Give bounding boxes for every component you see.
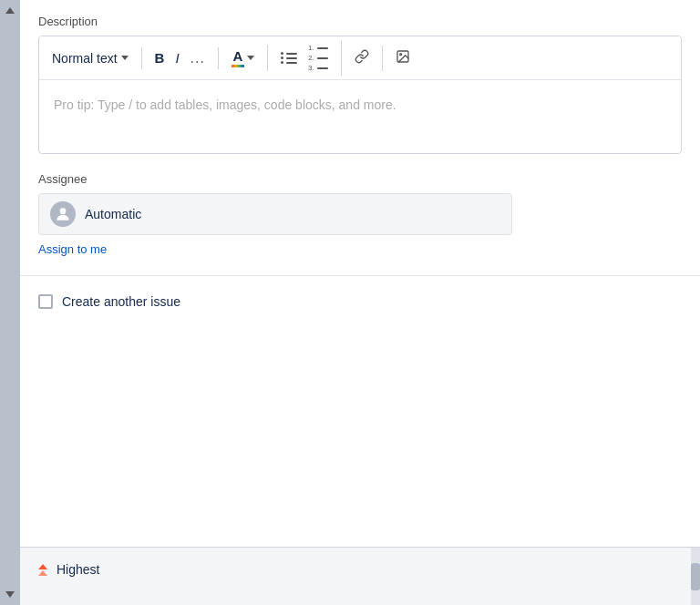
list-dot-1 [281,52,283,55]
image-group [390,46,416,71]
description-label: Description [38,15,682,28]
priority-arrows [38,564,47,576]
num-row-3: 3. [308,64,328,72]
priority-label: Highest [57,562,99,577]
editor-placeholder: Pro tip: Type / to add tables, images, c… [54,97,396,112]
italic-button[interactable]: I [170,47,184,68]
editor-body[interactable]: Pro tip: Type / to add tables, images, c… [39,80,681,153]
create-another-checkbox[interactable] [38,294,53,309]
more-format-button[interactable]: ... [185,47,211,69]
section-divider [20,275,700,276]
color-a-text: A [233,48,243,64]
list-line-1 [281,52,297,55]
svg-point-2 [60,208,67,214]
assignee-label: Assignee [38,172,682,186]
description-editor: Normal text B I ... A [38,36,682,154]
num-bar-2 [317,57,328,59]
format-group: B I ... [149,47,219,69]
scroll-down-arrow[interactable] [5,591,15,598]
link-button[interactable] [349,46,375,71]
scroll-up-arrow[interactable] [5,7,15,14]
color-underline-bar [232,65,244,67]
list-bar-3 [286,62,297,64]
color-group: A [226,45,268,71]
list-line-2 [281,56,297,59]
list-group: 1. 2. 3. [275,40,342,76]
assignee-value: Automatic [85,207,141,221]
create-another-label: Create another issue [62,294,180,309]
priority-arrow-bottom [38,570,47,576]
num-bar-3 [317,67,328,69]
image-button[interactable] [390,46,416,71]
main-panel: Description Normal text B I ... [20,0,700,605]
bullet-list-button[interactable] [275,48,303,67]
num-1: 1. [308,44,314,52]
num-3: 3. [308,64,314,72]
svg-point-1 [399,53,401,55]
list-dot-3 [281,61,283,64]
priority-arrow-top [38,564,47,569]
chevron-down-icon [121,56,129,60]
text-style-group: Normal text [46,47,142,69]
create-another-section: Create another issue [20,294,700,309]
description-section: Description Normal text B I ... [20,0,700,154]
assignee-section: Assignee Automatic Assign to me [20,154,700,257]
link-icon [355,49,369,64]
avatar-icon [50,201,76,227]
list-line-3 [281,61,297,64]
bold-button[interactable]: B [149,47,170,68]
left-scrollbar[interactable] [0,0,20,605]
color-a-label: A [232,48,244,67]
num-row-2: 2. [308,54,328,62]
image-icon [396,49,410,64]
num-2: 2. [308,54,314,62]
assignee-dropdown[interactable]: Automatic [38,193,512,235]
text-color-button[interactable]: A [226,45,260,71]
num-row-1: 1. [308,44,328,52]
list-bar-2 [286,57,297,59]
color-chevron-icon [247,56,254,60]
numbered-list-button[interactable]: 1. 2. 3. [303,40,334,76]
bottom-panel: Highest [20,547,700,605]
list-bar-1 [286,53,297,55]
person-icon [54,205,72,223]
editor-toolbar: Normal text B I ... A [39,36,681,80]
text-style-label: Normal text [52,51,118,66]
text-style-button[interactable]: Normal text [46,47,134,69]
priority-row: Highest [20,548,700,591]
link-group [349,46,383,71]
num-bar-1 [317,47,328,49]
assign-to-me-link[interactable]: Assign to me [38,242,107,256]
priority-icon [38,564,47,576]
scrollbar-thumb[interactable] [691,563,700,590]
list-dot-2 [281,56,283,59]
right-scrollbar[interactable] [691,548,700,605]
